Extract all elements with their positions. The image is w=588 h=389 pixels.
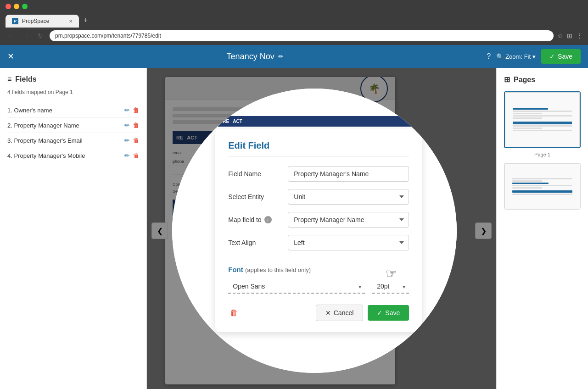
select-entity-label: Select Entity xyxy=(228,193,288,200)
info-icon[interactable]: i xyxy=(264,216,272,223)
nav-forward-button[interactable]: → xyxy=(20,30,31,41)
field-1-label: Owner's name xyxy=(14,107,52,114)
field-3-actions: ✏ 🗑 xyxy=(124,137,139,144)
tab-label: PropSpace xyxy=(22,18,49,24)
zoom-label: Zoom: Fit xyxy=(505,53,531,60)
header-save-button[interactable]: ✓ Save xyxy=(541,49,581,64)
document-title: Tenancy Nov xyxy=(227,52,274,61)
field-1-index: 1. xyxy=(7,107,12,114)
address-bar[interactable]: pm.propspace.com/pm/tenants/779785/edit xyxy=(50,30,554,41)
cancel-cross-icon: ✕ xyxy=(325,309,331,317)
zoom-control[interactable]: 🔍 Zoom: Fit ▾ xyxy=(496,53,536,60)
select-entity-dropdown[interactable]: Unit Property Tenant Owner xyxy=(288,189,409,205)
modal-save-button[interactable]: ✓ Save xyxy=(368,305,409,321)
page-1-thumbnail[interactable] xyxy=(504,91,581,148)
font-section-title: Font (applies to this field only) xyxy=(228,266,409,273)
minimize-traffic-light[interactable] xyxy=(14,4,19,9)
thumb-line xyxy=(513,111,572,112)
thumb-line xyxy=(513,108,548,110)
field-1-delete-button[interactable]: 🗑 xyxy=(133,106,139,114)
main-layout: ≡ Fields 4 fields mapped on Page 1 1. Ow… xyxy=(0,68,588,389)
new-tab-button[interactable]: + xyxy=(79,13,92,28)
tab-close-icon[interactable]: ✕ xyxy=(69,19,73,24)
field-item-3: 3. Property Manager's Email ✏ 🗑 xyxy=(7,133,139,148)
sidebar-title-text: Fields xyxy=(15,75,36,83)
field-3-index: 3. xyxy=(7,137,12,144)
close-traffic-light[interactable] xyxy=(6,4,11,9)
field-2-edit-button[interactable]: ✏ xyxy=(124,122,130,129)
extensions-icon[interactable]: ⊞ xyxy=(567,32,572,39)
field-3-delete-button[interactable]: 🗑 xyxy=(133,137,139,144)
text-align-control: Left Center Right xyxy=(288,235,409,250)
thumb-line xyxy=(513,113,542,114)
document-area: 🌴 REACT email_tanu@ phone971 Reem Contra… xyxy=(147,68,496,389)
modal-footer: 🗑 ✕ Cancel ✓ Save xyxy=(228,305,409,321)
field-4-edit-button[interactable]: ✏ xyxy=(124,152,130,159)
thumb-line xyxy=(512,183,548,184)
thumb-line xyxy=(512,185,572,186)
browser-tab-bar: P PropSpace ✕ + xyxy=(0,13,588,28)
text-align-label: Text Align xyxy=(228,239,288,246)
zoom-icon: 🔍 xyxy=(496,53,504,60)
header-actions: ? 🔍 Zoom: Fit ▾ ✓ Save xyxy=(487,49,581,64)
field-1-edit-button[interactable]: ✏ xyxy=(124,106,130,114)
thumb-line xyxy=(512,187,542,189)
thumb-line-blue-block xyxy=(513,122,572,124)
tab-favicon: P xyxy=(12,18,18,24)
field-name-control xyxy=(288,166,409,182)
modal-save-label: Save xyxy=(385,309,400,317)
title-edit-icon[interactable]: ✏ xyxy=(278,53,284,60)
browser-titlebar xyxy=(0,0,588,13)
font-family-select[interactable]: Open Sans Arial Helvetica Times New Roma… xyxy=(228,280,365,294)
field-2-name: 2. Property Manager Name xyxy=(7,122,124,129)
sidebar-title-area: ≡ Fields xyxy=(7,75,139,83)
fields-subtitle: 4 fields mapped on Page 1 xyxy=(7,89,139,95)
font-family-wrap: Open Sans Arial Helvetica Times New Roma… xyxy=(228,280,365,294)
menu-icon[interactable]: ⋮ xyxy=(576,32,582,39)
fields-list-icon: ≡ xyxy=(7,75,11,83)
thumb-line xyxy=(513,115,572,117)
field-3-name: 3. Property Manager's Email xyxy=(7,137,124,144)
field-name-input[interactable] xyxy=(288,166,409,182)
nav-refresh-button[interactable]: ↻ xyxy=(35,30,46,41)
field-1-actions: ✏ 🗑 xyxy=(124,106,139,114)
pages-grid-icon: ⊞ xyxy=(504,75,510,84)
modal-delete-button[interactable]: 🗑 xyxy=(228,306,240,320)
map-field-dropdown[interactable]: Property Manager Name Owner Name Tenant … xyxy=(288,212,409,228)
field-item-2: 2. Property Manager Name ✏ 🗑 xyxy=(7,118,139,133)
modal-cancel-button[interactable]: ✕ Cancel xyxy=(316,305,364,321)
address-url: pm.propspace.com/pm/tenants/779785/edit xyxy=(55,33,161,39)
field-4-actions: ✏ 🗑 xyxy=(124,152,139,159)
field-2-actions: ✏ 🗑 xyxy=(124,122,139,129)
save-check-icon: ✓ xyxy=(377,309,382,317)
help-icon[interactable]: ? xyxy=(487,52,491,61)
header-close-button[interactable]: ✕ xyxy=(7,51,14,61)
fullscreen-traffic-light[interactable] xyxy=(22,4,28,9)
font-size-select[interactable]: 8pt 10pt 12pt 14pt 16pt 18pt 20pt 24pt xyxy=(372,280,409,294)
bookmark-icon[interactable]: ☆ xyxy=(557,32,563,39)
field-4-label: Property Manager's Mobile xyxy=(14,152,85,159)
field-name-row: Field Name xyxy=(228,166,409,182)
field-2-index: 2. xyxy=(7,122,12,129)
trash-icon: 🗑 xyxy=(230,308,238,317)
browser-tab-propspace[interactable]: P PropSpace ✕ xyxy=(6,15,79,28)
map-field-label-text: Map field to xyxy=(228,216,261,223)
field-3-edit-button[interactable]: ✏ xyxy=(124,137,130,144)
font-size-wrap: 8pt 10pt 12pt 14pt 16pt 18pt 20pt 24pt ▼ xyxy=(372,280,409,294)
save-label: Save xyxy=(558,53,572,60)
field-2-delete-button[interactable]: 🗑 xyxy=(133,122,139,129)
text-align-dropdown[interactable]: Left Center Right xyxy=(288,235,409,250)
field-4-delete-button[interactable]: 🗑 xyxy=(133,152,139,159)
cancel-label: Cancel xyxy=(334,309,354,317)
doc-nav-next-button[interactable]: ❯ xyxy=(475,222,492,239)
page-2-thumbnail[interactable] xyxy=(504,163,581,210)
header-title-area: Tenancy Nov ✏ xyxy=(23,52,487,61)
thumb-line xyxy=(512,194,572,195)
app-header: ✕ Tenancy Nov ✏ ? 🔍 Zoom: Fit ▾ ✓ Save xyxy=(0,45,588,68)
field-1-name: 1. Owner's name xyxy=(7,107,124,114)
page-1-thumbnail-content xyxy=(505,92,580,147)
nav-back-button[interactable]: ← xyxy=(6,30,17,41)
field-2-label: Property Manager Name xyxy=(14,122,79,129)
pages-title: ⊞ Pages xyxy=(504,75,581,84)
doc-nav-prev-button[interactable]: ❮ xyxy=(151,222,168,239)
